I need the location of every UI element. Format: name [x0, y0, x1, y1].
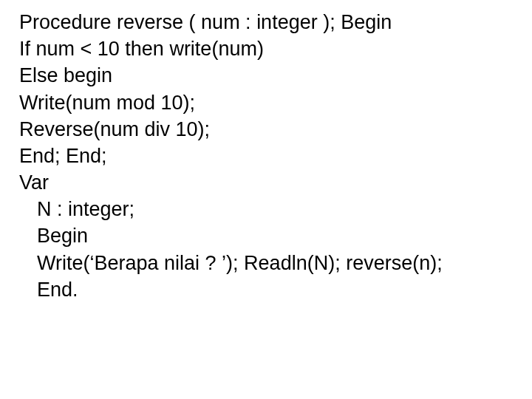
code-line: End. [19, 276, 519, 303]
code-line: Else begin [19, 62, 519, 89]
code-line: Var [19, 169, 519, 196]
code-line: Reverse(num div 10); [19, 116, 519, 143]
code-slide: Procedure reverse ( num : integer ); Beg… [0, 0, 532, 399]
code-line: Write(num mod 10); [19, 89, 519, 116]
code-line: Begin [19, 222, 519, 249]
code-line: If num < 10 then write(num) [19, 35, 519, 62]
code-line: Write(‘Berapa nilai ? ’); Readln(N); rev… [19, 250, 519, 276]
code-line: N : integer; [19, 196, 519, 222]
code-line: Procedure reverse ( num : integer ); Beg… [19, 9, 519, 35]
code-line: End; End; [19, 143, 519, 169]
